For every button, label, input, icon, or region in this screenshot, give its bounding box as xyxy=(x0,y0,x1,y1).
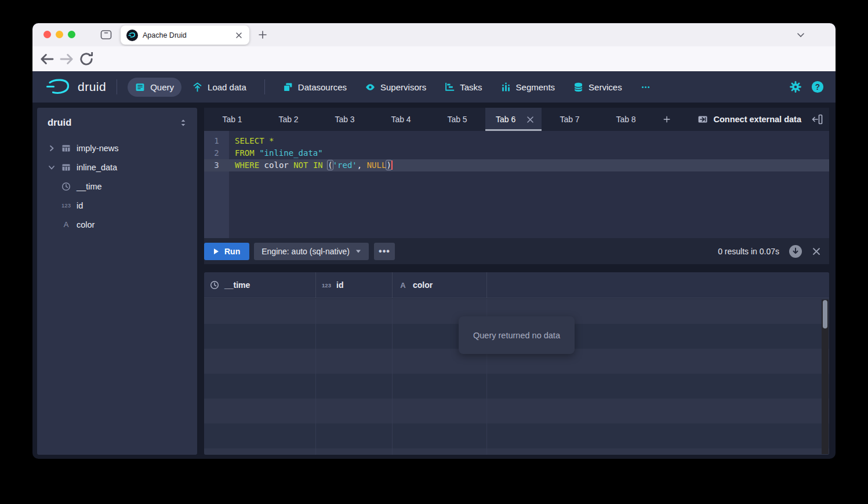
code-line-2[interactable]: 2FROM "inline_data" xyxy=(204,147,829,159)
close-window-button[interactable] xyxy=(43,31,51,38)
results-scrollbar[interactable] xyxy=(822,300,829,454)
query-more-button[interactable]: ••• xyxy=(374,243,395,260)
column-color[interactable]: Acolor xyxy=(37,215,197,234)
string-icon: A xyxy=(398,280,408,290)
browser-tab[interactable]: Apache Druid xyxy=(121,25,249,45)
results-header: __time123idAcolor xyxy=(204,272,829,298)
type-glyph: 123 xyxy=(61,202,71,209)
code-line-1[interactable]: 1SELECT * xyxy=(204,135,829,147)
column-time[interactable]: __time xyxy=(37,177,197,196)
import-data-icon xyxy=(698,114,708,125)
sql-keyword: WHERE xyxy=(235,160,259,170)
tab-tab-1[interactable]: Tab 1 xyxy=(204,108,260,131)
close-results-icon[interactable] xyxy=(812,247,821,256)
chevron-right-icon[interactable] xyxy=(48,144,56,152)
forward-icon[interactable] xyxy=(58,50,75,68)
tabbar-right: Connect external data xyxy=(698,108,830,131)
result-column-time[interactable]: __time xyxy=(204,272,316,298)
scrollbar-thumb[interactable] xyxy=(823,300,827,328)
back-icon[interactable] xyxy=(38,50,56,68)
type-glyph: A xyxy=(64,220,69,229)
tab-tab-8[interactable]: Tab 8 xyxy=(598,108,654,131)
nav-item-label: Segments xyxy=(516,82,555,92)
druid-nav: QueryLoad dataDatasourcesSupervisorsTask… xyxy=(128,78,658,97)
tab-label: Tab 6 xyxy=(496,115,515,124)
tab-tab-2[interactable]: Tab 2 xyxy=(260,108,317,131)
desktop: Apache Druid localho xyxy=(0,0,868,504)
download-results-icon[interactable] xyxy=(789,244,802,258)
druid-header: druid QueryLoad dataDatasourcesSuperviso… xyxy=(32,71,836,103)
double-caret-sort-icon[interactable] xyxy=(179,118,188,127)
result-column-id[interactable]: 123id xyxy=(316,272,393,298)
nav-item-tasks[interactable]: Tasks xyxy=(437,78,489,97)
sql-keyword: NOT xyxy=(293,160,308,170)
connect-external-data-button[interactable]: Connect external data xyxy=(698,114,802,125)
sql-text: color xyxy=(264,160,289,170)
chevron-down-icon[interactable] xyxy=(48,163,56,171)
panel-toggle-icon[interactable] xyxy=(812,114,823,125)
caret-down-icon xyxy=(355,249,361,254)
add-tab-icon[interactable] xyxy=(654,108,680,131)
column-id[interactable]: 123id xyxy=(37,196,197,215)
datasource-label: imply-news xyxy=(77,144,119,153)
schema-title-row: druid xyxy=(37,108,197,134)
header-right: ? xyxy=(789,81,824,93)
tab-tab-7[interactable]: Tab 7 xyxy=(542,108,598,131)
nav-item-query[interactable]: Query xyxy=(128,78,181,97)
nav-item-load-data[interactable]: Load data xyxy=(185,78,254,97)
line-number: 3 xyxy=(204,159,229,171)
engine-select-button[interactable]: Engine: auto (sql-native) xyxy=(254,243,369,260)
nav-item-segments[interactable]: Segments xyxy=(493,78,563,97)
document-icon xyxy=(135,82,145,92)
code-line-3[interactable]: 3WHERE color NOT IN ('red', NULL) xyxy=(204,159,829,171)
tasks-icon xyxy=(445,82,455,92)
table-row xyxy=(204,399,829,423)
result-column-color[interactable]: Acolor xyxy=(393,272,487,298)
editor-lines: 1SELECT *2FROM "inline_data"3WHERE color… xyxy=(204,131,829,171)
reload-icon[interactable] xyxy=(78,50,95,68)
datasource-inline-data[interactable]: inline_data xyxy=(37,158,197,177)
line-number: 2 xyxy=(204,147,229,159)
nav-item-more[interactable] xyxy=(633,78,658,97)
new-tab-icon[interactable] xyxy=(256,29,269,41)
tab-label: Tab 8 xyxy=(616,115,635,124)
tab-tab-6[interactable]: Tab 6 xyxy=(485,108,542,131)
nav-item-datasources[interactable]: Datasources xyxy=(275,78,354,97)
traffic-lights xyxy=(43,31,75,38)
browser-tab-title: Apache Druid xyxy=(143,31,230,39)
clock-icon xyxy=(61,182,71,191)
line-code: FROM "inline_data" xyxy=(229,147,323,159)
type-glyph: 123 xyxy=(322,282,331,288)
result-column-label: __time xyxy=(224,280,250,290)
datasource-imply-news[interactable]: imply-news xyxy=(37,138,197,158)
tab-tab-3[interactable]: Tab 3 xyxy=(317,108,373,131)
run-button[interactable]: Run xyxy=(204,243,249,260)
tab-tab-4[interactable]: Tab 4 xyxy=(373,108,429,131)
results-panel: __time123idAcolor Query returned no data xyxy=(204,272,829,455)
nav-item-label: Query xyxy=(150,82,174,92)
column-label: color xyxy=(77,220,95,229)
tab-label: Tab 2 xyxy=(278,115,298,124)
sql-text xyxy=(308,160,313,170)
nav-item-label: Supervisors xyxy=(380,82,426,92)
close-tab-icon[interactable] xyxy=(526,115,535,124)
nav-item-services[interactable]: Services xyxy=(566,78,630,97)
sql-editor[interactable]: 1SELECT *2FROM "inline_data"3WHERE color… xyxy=(204,131,829,238)
table-row xyxy=(204,423,829,448)
druid-brand[interactable]: druid xyxy=(45,78,106,96)
nav-item-supervisors[interactable]: Supervisors xyxy=(358,78,434,97)
maximize-window-button[interactable] xyxy=(68,31,75,38)
tab-overview-icon[interactable] xyxy=(100,29,112,41)
help-icon[interactable]: ? xyxy=(811,81,824,93)
header-divider xyxy=(117,79,117,94)
sql-keyword: SELECT xyxy=(235,136,264,145)
list-tabs-chevron-icon[interactable] xyxy=(794,29,807,41)
column-divider xyxy=(315,299,316,455)
datasources-icon xyxy=(283,82,293,92)
query-workbench: Tab 1Tab 2Tab 3Tab 4Tab 5Tab 6Tab 7Tab 8… xyxy=(204,108,829,455)
sql-text: , xyxy=(357,160,362,170)
tab-tab-5[interactable]: Tab 5 xyxy=(429,108,485,131)
close-tab-icon[interactable] xyxy=(234,31,244,40)
minimize-window-button[interactable] xyxy=(56,31,63,38)
gear-icon[interactable] xyxy=(789,81,802,93)
